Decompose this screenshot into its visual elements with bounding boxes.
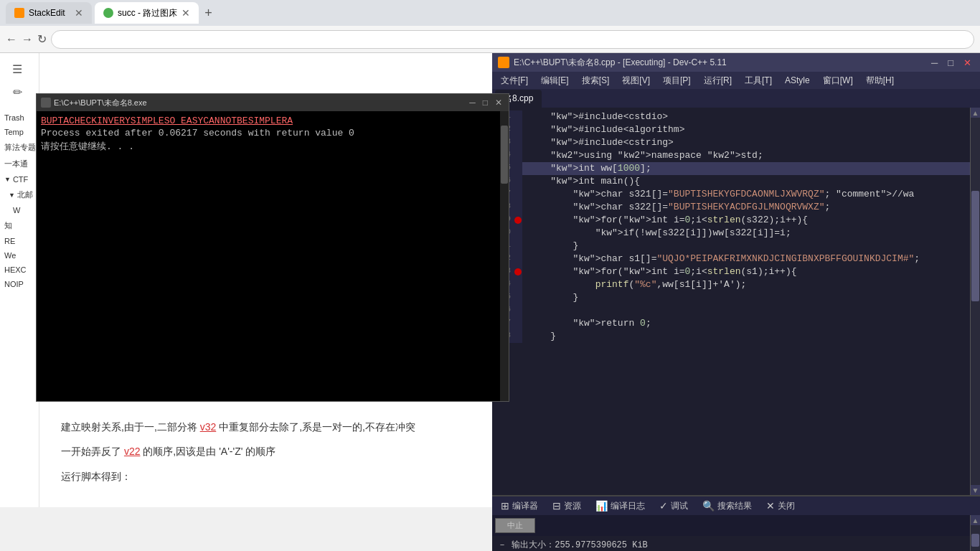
menu-help[interactable]: 帮助[H]: [860, 73, 900, 88]
line-marker-6: [514, 175, 522, 188]
devcpp-file-tabs: 名8.cpp: [492, 89, 980, 108]
beida-chevron: ▼: [9, 192, 15, 199]
sidebar-re-label: RE: [4, 237, 15, 245]
line-marker-11: [514, 240, 522, 253]
scroll-track: [971, 118, 980, 485]
menu-window[interactable]: 窗口[W]: [817, 73, 859, 88]
tab-succ-label: succ - 路过图床: [118, 7, 177, 19]
compiler-output: － 输出大小：255.9775390625 KiB － 编译时间：0.77s: [492, 536, 970, 551]
terminal-maximize-button[interactable]: □: [481, 98, 490, 108]
sidebar-edit-button[interactable]: ✏: [4, 82, 30, 102]
bottom-tab-close-label: 关闭: [778, 500, 795, 512]
devcpp-title-icon: [498, 57, 509, 68]
sidebar-item-we[interactable]: We: [0, 248, 39, 263]
sidebar-item-trash[interactable]: Trash: [0, 110, 39, 125]
nav-back-button[interactable]: ←: [6, 33, 17, 46]
line-content-17: "kw">return 0;: [522, 317, 657, 330]
bottom-scrollbar[interactable]: ▲ ▼: [970, 515, 980, 551]
close-panel-icon: ✕: [766, 500, 775, 512]
sidebar-item-beida[interactable]: ▼ 北邮: [0, 187, 39, 203]
devcpp-close-button[interactable]: ✕: [961, 57, 974, 68]
scroll-down-button[interactable]: ▼: [971, 485, 980, 495]
menu-edit[interactable]: 编辑[E]: [535, 73, 575, 88]
line-marker-16: [514, 304, 522, 317]
sidebar-item-hexc[interactable]: HEXC: [0, 263, 39, 277]
sidebar-item-temp[interactable]: Temp: [0, 125, 39, 139]
line-marker-7: [514, 188, 522, 201]
bottom-tab-debug-label: 调试: [671, 500, 688, 512]
bottom-tab-debug[interactable]: ✓ 调试: [654, 499, 694, 514]
code-line-2: 2 "kw">#include<algorithm>: [492, 123, 970, 136]
menu-view[interactable]: 视图[V]: [616, 73, 656, 88]
menu-file[interactable]: 文件[F]: [495, 73, 534, 88]
devcpp-minimize-button[interactable]: ─: [928, 57, 941, 68]
tab-succ[interactable]: succ - 路过图床 ✕: [95, 2, 199, 24]
terminal-close-button[interactable]: ✕: [493, 98, 504, 108]
editor-with-scroll: 1 "kw">#include<cstdio>2 "kw">#include<a…: [492, 108, 980, 495]
menu-project[interactable]: 项目[P]: [657, 73, 697, 88]
line-marker-2: [514, 123, 522, 136]
devcpp-window: E:\C++\BUPT\未命名8.cpp - [Executing] - Dev…: [492, 53, 980, 551]
sidebar-algo-label: 算法专题: [4, 142, 36, 153]
devcpp-titlebar[interactable]: E:\C++\BUPT\未命名8.cpp - [Executing] - Dev…: [492, 53, 980, 72]
menu-search[interactable]: 搜索[S]: [576, 73, 616, 88]
tab-succ-close[interactable]: ✕: [182, 7, 190, 19]
bottom-tab-resources[interactable]: ⊟ 资源: [547, 499, 587, 514]
blog-paragraph-3: 运行脚本得到：: [61, 468, 471, 484]
line-marker-10: [514, 227, 522, 240]
terminal-window-icon: [41, 98, 51, 108]
code-line-4: 4 "kw2">using "kw2">namespace "kw2">std;: [492, 149, 970, 162]
output-line-1: － 输出大小：255.9775390625 KiB: [498, 539, 964, 551]
terminal-titlebar[interactable]: E:\C++\BUPT\未命名8.exe ─ □ ✕: [37, 94, 509, 111]
devcpp-bottom-tabs: ⊞ 编译器 ⊟ 资源 📊 编译日志 ✓ 调试: [492, 496, 980, 515]
scroll-up-button[interactable]: ▲: [971, 108, 980, 118]
menu-astyle[interactable]: AStyle: [779, 74, 816, 87]
sidebar-item-zhi[interactable]: 知: [0, 217, 39, 234]
address-bar[interactable]: [51, 30, 974, 49]
devcpp-scrollbar[interactable]: ▲ ▼: [970, 108, 980, 495]
bottom-tab-close[interactable]: ✕ 关闭: [760, 499, 801, 514]
link-v32[interactable]: v32: [200, 421, 217, 433]
stop-button-area: 中止: [492, 515, 970, 536]
bottom-tab-compiler[interactable]: ⊞ 编译器: [495, 499, 544, 514]
terminal-scrollbar[interactable]: [500, 111, 509, 401]
bottom-tab-search[interactable]: 🔍 搜索结果: [697, 499, 758, 514]
line-marker-14: [514, 278, 522, 291]
line-content-3: "kw">#include<cstring>: [522, 136, 679, 149]
sidebar-menu-button[interactable]: ☰: [4, 59, 30, 79]
sidebar-top-buttons: ☰ ✏: [0, 53, 39, 108]
sidebar-item-ctf[interactable]: ▼ CTF: [0, 172, 39, 187]
nav-forward-button[interactable]: →: [22, 33, 33, 46]
link-v22[interactable]: v22: [124, 446, 141, 457]
code-line-12: 12 "kw">char s1[]="UQJO*PEIPAKFRIMXNKDJC…: [492, 253, 970, 265]
menu-tools[interactable]: 工具[T]: [739, 73, 778, 88]
code-editor[interactable]: 1 "kw">#include<cstdio>2 "kw">#include<a…: [492, 108, 970, 495]
bottom-scroll-up[interactable]: ▲: [971, 515, 980, 525]
terminal-minimize-button[interactable]: ─: [467, 98, 478, 108]
line-content-2: "kw">#include<algorithm>: [522, 123, 690, 136]
menu-run[interactable]: 运行[R]: [698, 73, 738, 88]
code-line-5: 5 "kw">int ww[1000];: [492, 162, 970, 175]
sidebar-item-pass[interactable]: 一本通: [0, 156, 39, 172]
tab-stackedit[interactable]: StackEdit ✕: [6, 2, 92, 24]
sidebar-temp-label: Temp: [4, 128, 24, 136]
sidebar-item-noip[interactable]: NOIP: [0, 277, 39, 291]
devcpp-title-text: E:\C++\BUPT\未命名8.cpp - [Executing] - Dev…: [514, 57, 924, 69]
sidebar-item-algo[interactable]: 算法专题: [0, 139, 39, 156]
code-line-11: 11 }: [492, 240, 970, 253]
stop-button[interactable]: 中止: [495, 518, 535, 533]
nav-refresh-button[interactable]: ↻: [37, 32, 47, 46]
new-tab-button[interactable]: +: [202, 6, 215, 21]
code-line-17: 17 "kw">return 0;: [492, 317, 970, 330]
sidebar-item-re[interactable]: RE: [0, 234, 39, 248]
line-marker-17: [514, 317, 522, 330]
devcpp-restore-button[interactable]: □: [945, 57, 956, 68]
bottom-panel-content-wrap: 中止 － 输出大小：255.9775390625 KiB － 编译时间：0.77…: [492, 515, 980, 551]
line-content-7: "kw">char s321[]="BUPTISHEKYGFDCAONMLJXW…: [522, 188, 920, 201]
bottom-tab-compile-log[interactable]: 📊 编译日志: [590, 499, 651, 514]
sidebar-item-w[interactable]: W: [0, 203, 39, 217]
code-line-9: 9 "kw">for("kw">int i=0;i<strlen(s322);i…: [492, 214, 970, 227]
tab-stackedit-close[interactable]: ✕: [75, 7, 83, 19]
sidebar-pass-label: 一本通: [4, 159, 28, 169]
terminal-scroll-thumb: [501, 126, 508, 184]
